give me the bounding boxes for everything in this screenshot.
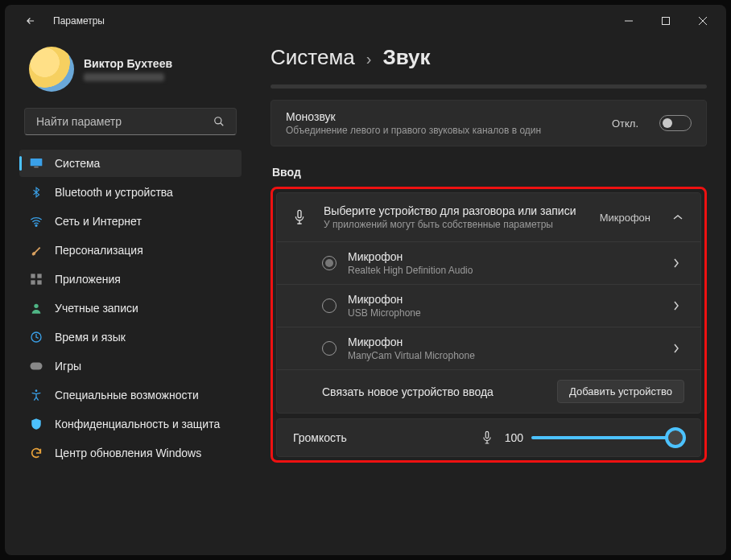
toggle-state: Откл. xyxy=(612,117,638,130)
globe-icon xyxy=(29,330,43,344)
svg-rect-7 xyxy=(31,280,35,284)
nav-label: Учетные записи xyxy=(55,302,138,315)
breadcrumb-parent[interactable]: Система xyxy=(271,45,355,70)
minimize-button[interactable] xyxy=(610,8,647,34)
nav-time-language[interactable]: Время и язык xyxy=(19,323,242,351)
radio-selected[interactable] xyxy=(322,256,337,270)
input-device-0[interactable]: Микрофон Realtek High Definition Audio xyxy=(277,241,700,284)
profile-name: Виктор Бухтеев xyxy=(84,57,172,70)
breadcrumb: Система › Звук xyxy=(271,45,707,70)
input-device-header[interactable]: Выберите устройство для разговора или за… xyxy=(277,193,700,241)
search-input[interactable]: Найти параметр xyxy=(24,108,237,135)
nav-accounts[interactable]: Учетные записи xyxy=(19,294,242,322)
add-device-button[interactable]: Добавить устройство xyxy=(557,380,684,403)
nav-label: Приложения xyxy=(55,273,121,286)
input-device-2[interactable]: Микрофон ManyCam Virtual Microphone xyxy=(277,327,700,369)
volume-label: Громкость xyxy=(293,431,347,444)
chevron-right-icon xyxy=(673,258,684,268)
nav-label: Специальные возможности xyxy=(55,389,199,401)
search-placeholder: Найти параметр xyxy=(36,115,122,128)
breadcrumb-current: Звук xyxy=(382,45,430,70)
volume-value: 100 xyxy=(501,431,523,444)
search-icon xyxy=(213,116,225,127)
input-head-sub: У приложений могут быть собственные пара… xyxy=(324,219,587,230)
input-device-1[interactable]: Микрофон USB Microphone xyxy=(277,284,700,327)
nav-label: Игры xyxy=(55,360,81,373)
mono-toggle[interactable] xyxy=(659,115,692,131)
svg-rect-8 xyxy=(37,280,41,284)
nav-accessibility[interactable]: Специальные возможности xyxy=(19,381,242,409)
shield-icon xyxy=(29,417,43,431)
nav-label: Центр обновления Windows xyxy=(55,447,201,459)
pair-label: Связать новое устройство ввода xyxy=(322,385,494,398)
input-head-title: Выберите устройство для разговора или за… xyxy=(324,204,587,217)
nav-bluetooth[interactable]: Bluetooth и устройства xyxy=(19,179,242,206)
avatar xyxy=(29,47,74,92)
nav-label: Bluetooth и устройства xyxy=(55,186,173,199)
scroll-indicator xyxy=(271,84,707,89)
nav-label: Персонализация xyxy=(55,244,143,257)
accessibility-icon xyxy=(29,388,43,402)
nav-label: Конфиденциальность и защита xyxy=(55,418,220,430)
volume-row: Громкость 100 xyxy=(276,418,701,457)
back-button[interactable] xyxy=(19,10,42,32)
svg-point-9 xyxy=(34,304,38,308)
profile[interactable]: Виктор Бухтеев xyxy=(19,42,242,105)
display-icon xyxy=(29,156,43,171)
chevron-right-icon xyxy=(673,301,684,311)
mono-audio-card[interactable]: Монозвук Объединение левого и правого зв… xyxy=(271,100,707,146)
main-content: Система › Звук Монозвук Объединение лево… xyxy=(251,37,726,555)
close-button[interactable] xyxy=(684,8,721,34)
nav-network[interactable]: Сеть и Интернет xyxy=(19,208,242,235)
nav-update[interactable]: Центр обновления Windows xyxy=(19,439,242,467)
nav-apps[interactable]: Приложения xyxy=(19,266,242,293)
gamepad-icon xyxy=(29,359,43,373)
svg-rect-14 xyxy=(485,431,489,438)
nav-label: Система xyxy=(55,157,100,170)
svg-point-1 xyxy=(215,117,221,124)
svg-rect-5 xyxy=(31,274,35,278)
bluetooth-icon xyxy=(29,185,43,200)
mono-title: Монозвук xyxy=(286,110,597,123)
svg-rect-13 xyxy=(298,210,301,217)
radio[interactable] xyxy=(322,299,337,313)
nav-label: Сеть и Интернет xyxy=(55,215,142,228)
maximize-button[interactable] xyxy=(647,8,684,34)
current-input: Микрофон xyxy=(600,212,650,224)
svg-rect-2 xyxy=(31,159,43,166)
svg-rect-11 xyxy=(31,363,43,370)
svg-point-12 xyxy=(35,389,38,392)
nav: Система Bluetooth и устройства Сеть и Ин… xyxy=(19,150,242,467)
svg-rect-6 xyxy=(37,274,41,278)
chevron-right-icon: › xyxy=(366,50,372,68)
wifi-icon xyxy=(29,214,43,229)
person-icon xyxy=(29,301,43,315)
volume-slider[interactable] xyxy=(531,436,684,439)
radio[interactable] xyxy=(322,341,337,356)
chevron-up-icon xyxy=(673,214,684,220)
pair-device-row: Связать новое устройство ввода Добавить … xyxy=(277,369,700,413)
svg-rect-3 xyxy=(34,167,38,167)
sidebar: Виктор Бухтеев Найти параметр Система Bl… xyxy=(5,37,251,555)
profile-email-blur xyxy=(84,73,164,81)
update-icon xyxy=(29,446,43,460)
highlight-box: Выберите устройство для разговора или за… xyxy=(271,187,707,463)
mono-sub: Объединение левого и правого звуковых ка… xyxy=(286,125,597,136)
apps-icon xyxy=(29,272,43,286)
svg-rect-0 xyxy=(663,18,670,25)
chevron-right-icon xyxy=(673,344,684,353)
input-device-panel: Выберите устройство для разговора или за… xyxy=(276,192,701,414)
nav-label: Время и язык xyxy=(55,331,126,344)
nav-gaming[interactable]: Игры xyxy=(19,352,242,380)
nav-system[interactable]: Система xyxy=(19,150,242,177)
nav-privacy[interactable]: Конфиденциальность и защита xyxy=(19,410,242,438)
microphone-icon[interactable] xyxy=(481,430,493,445)
input-section-label: Ввод xyxy=(272,166,707,179)
nav-personalization[interactable]: Персонализация xyxy=(19,237,242,264)
brush-icon xyxy=(29,243,43,257)
svg-point-4 xyxy=(35,224,37,226)
microphone-icon xyxy=(293,209,311,225)
settings-window: Параметры Виктор Бухтеев Найти параметр xyxy=(5,5,726,555)
window-title: Параметры xyxy=(53,15,105,27)
titlebar: Параметры xyxy=(5,5,726,37)
